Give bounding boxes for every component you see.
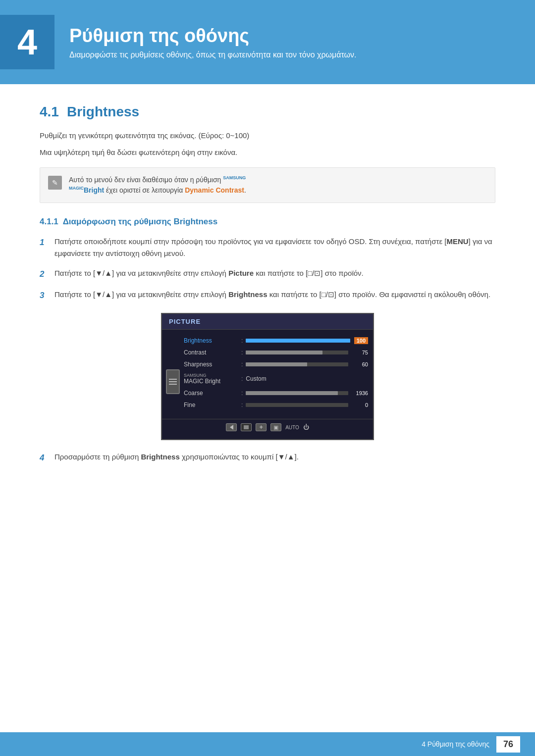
step-text-4: Προσαρμόστε τη ρύθμιση Brightness χρησιμ…	[54, 451, 495, 463]
osd-bar-bg-5	[246, 403, 348, 407]
step-list: 1 Πατήστε οποιοδήποτε κουμπί στην πρόσοψ…	[40, 236, 495, 302]
osd-btn-stop[interactable]	[241, 423, 252, 431]
description-2: Μια υψηλότερη τιμή θα δώσει φωτεινότερη …	[40, 147, 495, 158]
osd-screen: PICTURE Brightness :	[161, 313, 374, 440]
osd-bar-fine: 0	[246, 402, 368, 408]
subsection-title: Διαμόρφωση της ρύθμισης Brightness	[63, 217, 218, 226]
osd-value-contrast: 75	[352, 350, 368, 355]
osd-header: PICTURE	[162, 314, 373, 330]
chapter-header-text: Ρύθμιση της οθόνης Διαμορφώστε τις ρυθμί…	[69, 25, 357, 59]
subsection-number: 4.1.1	[40, 217, 63, 226]
osd-row-sharpness: Sharpness : 60	[184, 358, 373, 370]
step-text-2: Πατήστε το [▼/▲] για να μετακινηθείτε στ…	[54, 267, 495, 279]
osd-power-icon: ⏻	[303, 424, 309, 431]
note-text: Αυτό το μενού δεν είναι διαθέσιμο όταν η…	[69, 175, 246, 196]
osd-sep-5: :	[241, 390, 243, 397]
osd-menu: Brightness : 100 Contrast :	[184, 335, 373, 411]
footer-page-number: 76	[496, 736, 520, 753]
chapter-header: 4 Ρύθμιση της οθόνης Διαμορφώστε τις ρυθ…	[0, 0, 535, 84]
osd-sidebar-icon	[166, 369, 180, 394]
osd-stop-icon	[244, 425, 249, 429]
step-number-2: 2	[40, 267, 54, 281]
osd-bar-fill-2	[246, 351, 322, 354]
osd-value-brightness: 100	[354, 337, 368, 344]
description-1: Ρυθμίζει τη γενικότερη φωτεινότητα της ε…	[40, 130, 495, 142]
osd-label-sharpness: Sharpness	[184, 361, 238, 368]
osd-bar-contrast: 75	[246, 350, 368, 355]
osd-sidebar-line-2	[169, 381, 177, 382]
note-icon: ✎	[48, 176, 62, 190]
osd-btn-plus[interactable]: +	[256, 423, 267, 431]
osd-sidebar	[162, 335, 184, 411]
section-heading: 4.1 Brightness	[40, 104, 495, 120]
step-number-1: 1	[40, 236, 54, 249]
step-number-4: 4	[40, 451, 54, 464]
osd-value-sharpness: 60	[352, 361, 368, 367]
osd-bar-brightness: 100	[246, 337, 368, 344]
osd-value-coarse: 1936	[352, 390, 368, 396]
osd-sep-4: :	[241, 375, 243, 382]
osd-sidebar-line-1	[169, 379, 177, 380]
osd-btn-monitor[interactable]: ▣	[270, 423, 281, 431]
osd-sep-6: :	[241, 402, 243, 408]
osd-label-contrast: Contrast	[184, 349, 238, 356]
osd-container: PICTURE Brightness :	[40, 313, 495, 440]
step-item-2: 2 Πατήστε το [▼/▲] για να μετακινηθείτε …	[40, 267, 495, 281]
osd-row-brightness: Brightness : 100	[184, 335, 373, 347]
note-text-middle: έχει οριστεί σε λειτουργία	[104, 186, 185, 194]
osd-body: Brightness : 100 Contrast :	[162, 330, 373, 416]
osd-bar-sharpness: 60	[246, 361, 368, 367]
osd-bar-bg-3	[246, 362, 348, 366]
osd-left-icon	[230, 425, 233, 430]
osd-bar-fill-3	[246, 362, 307, 366]
subsection-heading: 4.1.1 Διαμόρφωση της ρύθμισης Brightness	[40, 217, 495, 227]
osd-label-fine: Fine	[184, 402, 238, 408]
section-number: 4.1	[40, 104, 59, 120]
osd-bar-bg-1	[246, 339, 350, 343]
osd-auto-label: AUTO	[285, 425, 299, 430]
osd-bar-bg-2	[246, 351, 348, 354]
step-text-3: Πατήστε το [▼/▲] για να μετακινηθείτε στ…	[54, 289, 495, 301]
note-text-after: .	[244, 186, 246, 194]
chapter-subtitle: Διαμορφώστε τις ρυθμίσεις οθόνης, όπως τ…	[69, 50, 357, 59]
note-highlight2: Dynamic Contrast	[185, 186, 244, 194]
note-text-before: Αυτό το μενού δεν είναι διαθέσιμο όταν η…	[69, 176, 223, 184]
osd-sep-2: :	[241, 349, 243, 356]
osd-value-magic-bright: Custom	[246, 375, 266, 382]
osd-label-magic-bright: SAMSUNG MAGIC Bright	[184, 373, 238, 385]
osd-btn-left[interactable]	[226, 423, 237, 431]
footer-chapter-text: 4 Ρύθμιση της οθόνης	[422, 740, 489, 748]
osd-row-magic-bright: SAMSUNG MAGIC Bright : Custom	[184, 370, 373, 387]
step-item-3: 3 Πατήστε το [▼/▲] για να μετακινηθείτε …	[40, 289, 495, 302]
section-title: Brightness	[67, 104, 139, 120]
osd-sep-3: :	[241, 361, 243, 368]
osd-bar-fill-4	[246, 391, 338, 395]
step-number-3: 3	[40, 289, 54, 302]
osd-sidebar-line-3	[169, 384, 177, 385]
step-text-1: Πατήστε οποιοδήποτε κουμπί στην πρόσοψη …	[54, 236, 495, 259]
osd-monitor-icon: ▣	[273, 424, 278, 431]
osd-plus-icon: +	[260, 424, 263, 431]
step-item-1: 1 Πατήστε οποιοδήποτε κουμπί στην πρόσοψ…	[40, 236, 495, 259]
chapter-title: Ρύθμιση της οθόνης	[69, 25, 357, 47]
osd-label-brightness: Brightness	[184, 337, 238, 344]
osd-row-contrast: Contrast : 75	[184, 347, 373, 358]
osd-bar-coarse: 1936	[246, 390, 368, 396]
osd-toolbar: + ▣ AUTO ⏻	[162, 419, 373, 431]
main-content: 4.1 Brightness Ρυθμίζει τη γενικότερη φω…	[0, 84, 535, 493]
step-item-4: 4 Προσαρμόστε τη ρύθμιση Brightness χρησ…	[40, 451, 495, 464]
chapter-number: 4	[17, 22, 37, 62]
osd-bar-fill-1	[246, 339, 350, 343]
osd-row-fine: Fine : 0	[184, 399, 373, 411]
osd-row-coarse: Coarse : 1936	[184, 387, 373, 399]
osd-bar-bg-4	[246, 391, 348, 395]
osd-sep-1: :	[241, 337, 243, 344]
page-footer: 4 Ρύθμιση της οθόνης 76	[0, 732, 535, 756]
chapter-number-box: 4	[0, 15, 54, 69]
step-list-4: 4 Προσαρμόστε τη ρύθμιση Brightness χρησ…	[40, 451, 495, 464]
note-box: ✎ Αυτό το μενού δεν είναι διαθέσιμο όταν…	[40, 167, 495, 203]
osd-label-coarse: Coarse	[184, 390, 238, 397]
osd-value-fine: 0	[352, 402, 368, 408]
